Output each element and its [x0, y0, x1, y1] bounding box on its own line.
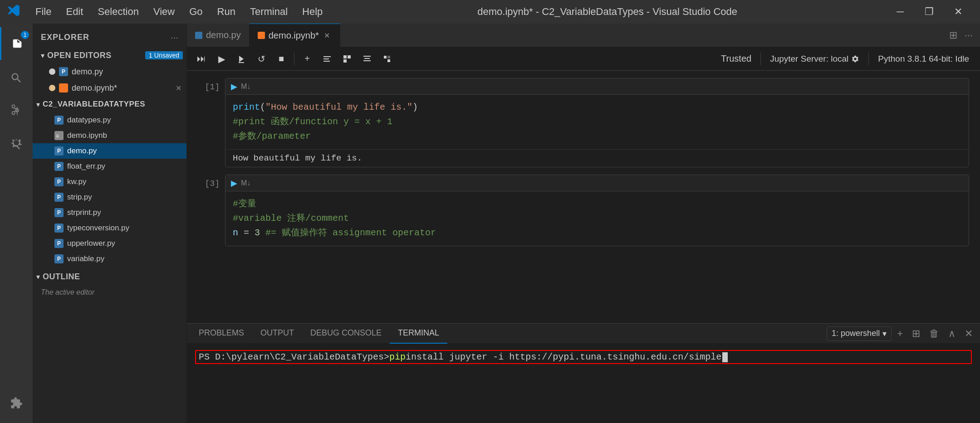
- py-icon: P: [54, 116, 64, 125]
- terminal-pip-cmd: pip: [389, 352, 406, 362]
- file-float-err-py[interactable]: P float_err.py: [33, 159, 186, 174]
- menu-run[interactable]: Run: [211, 4, 242, 19]
- open-editor-demo-ipynb[interactable]: demo.ipynb* ✕: [33, 80, 186, 96]
- more-actions-icon[interactable]: ···: [963, 28, 975, 43]
- menu-help[interactable]: Help: [296, 4, 329, 19]
- folder-arrow-icon: ▾: [36, 100, 40, 109]
- close-button[interactable]: ✕: [944, 0, 973, 24]
- menu-edit[interactable]: Edit: [59, 4, 89, 19]
- cell-format-button[interactable]: [318, 51, 336, 67]
- tab-demo-ipynb[interactable]: demo.ipynb* ✕: [250, 24, 340, 47]
- menu-terminal[interactable]: Terminal: [244, 4, 294, 19]
- file-demo-ipynb[interactable]: ≡ demo.ipynb: [33, 128, 186, 143]
- tab-output[interactable]: OUTPUT: [252, 324, 302, 344]
- file-upperlower-py-name: upperlower.py: [67, 239, 115, 248]
- file-strip-py-name: strip.py: [67, 193, 92, 202]
- tab-terminal[interactable]: TERMINAL: [390, 324, 447, 344]
- split-terminal-button[interactable]: ⊞: [908, 326, 924, 341]
- menu-go[interactable]: Go: [183, 4, 209, 19]
- cell-2-code: #变量 #variable 注释/comment n = 3 #= 赋值操作符 …: [225, 191, 969, 246]
- cell-2: [3] ▶ M↓ #变量 #variable 注释/comment n = 3 …: [187, 175, 980, 246]
- menu-view[interactable]: View: [147, 4, 181, 19]
- terminal-input-line[interactable]: PS D:\pylearn\C2_VariableDataTypes> pip …: [195, 350, 972, 364]
- add-cell-button[interactable]: +: [298, 51, 316, 67]
- split-editor-icon[interactable]: ⊞: [947, 28, 959, 43]
- file-typeconversion-py[interactable]: P typeconversion.py: [33, 220, 186, 236]
- maximize-button[interactable]: ❐: [915, 0, 944, 24]
- file-strprint-py[interactable]: P strprint.py: [33, 205, 186, 220]
- cell-1-run-button[interactable]: ▶: [231, 82, 237, 92]
- jupyter-server-text: Jupyter Server: local: [770, 54, 848, 64]
- run-all-above-button[interactable]: ⏭: [192, 51, 211, 67]
- activity-bar: 1: [0, 24, 33, 423]
- svg-rect-10: [363, 56, 371, 57]
- file-variable-py[interactable]: P variable.py: [33, 251, 186, 267]
- open-editors-section[interactable]: ▾ Open Editors 1 Unsaved: [33, 47, 186, 63]
- sidebar-header: Explorer ···: [33, 24, 186, 47]
- new-terminal-button[interactable]: +: [893, 326, 906, 341]
- nb-file-icon: [59, 83, 68, 92]
- activity-source-control[interactable]: [0, 94, 33, 127]
- file-float-err-py-name: float_err.py: [67, 162, 105, 171]
- cell-1-toolbar: ▶ M↓: [225, 78, 969, 95]
- file-demo-py[interactable]: P demo.py: [33, 143, 186, 159]
- file-typeconversion-py-name: typeconversion.py: [67, 224, 129, 233]
- menu-file[interactable]: File: [29, 4, 58, 19]
- close-tab-icon[interactable]: ✕: [174, 83, 183, 92]
- jupyter-server-label[interactable]: Jupyter Server: local: [764, 52, 865, 66]
- delete-terminal-button[interactable]: 🗑: [926, 326, 943, 341]
- toolbar-separator-2: [760, 53, 761, 65]
- activity-explorer[interactable]: 1: [0, 27, 33, 60]
- window-title: demo.ipynb* - C2_VariableDataTypes - Vis…: [329, 6, 886, 18]
- open-editor-demo-py[interactable]: P demo.py: [33, 63, 186, 80]
- chevron-down-icon: ▾: [882, 329, 887, 339]
- tab-demo-py[interactable]: demo.py: [187, 24, 250, 47]
- trusted-label[interactable]: Trusted: [715, 52, 757, 66]
- toolbar-separator-3: [868, 53, 869, 65]
- cell-2-body[interactable]: ▶ M↓ #变量 #variable 注释/comment n = 3 #= 赋…: [225, 175, 969, 246]
- outline-section[interactable]: ▾ Outline: [33, 268, 186, 285]
- svg-rect-7: [343, 55, 347, 58]
- activity-search[interactable]: [0, 62, 33, 94]
- tab-close-icon[interactable]: ✕: [323, 31, 332, 40]
- variables-button[interactable]: [338, 51, 356, 67]
- svg-rect-8: [348, 55, 351, 58]
- file-upperlower-py[interactable]: P upperlower.py: [33, 236, 186, 251]
- move-panel-up-icon[interactable]: ∧: [945, 326, 959, 341]
- tab-actions: ⊞ ···: [942, 24, 980, 47]
- tab-debug-console[interactable]: DEBUG CONSOLE: [302, 324, 390, 344]
- terminal-body[interactable]: PS D:\pylearn\C2_VariableDataTypes> pip …: [187, 344, 980, 423]
- py-icon-6: P: [54, 224, 64, 233]
- file-demo-ipynb-name: demo.ipynb: [67, 131, 107, 140]
- run-cell-below-button[interactable]: [232, 51, 250, 67]
- window-controls: ─ ❐ ✕: [886, 0, 973, 24]
- restart-button[interactable]: ↺: [252, 51, 270, 67]
- folder-name: C2_VARIABLEDATATYPES: [43, 100, 145, 109]
- tab-bar: demo.py demo.ipynb* ✕ ⊞ ···: [187, 24, 980, 47]
- sidebar-more-button[interactable]: ···: [171, 32, 178, 43]
- cell-1-body[interactable]: ▶ M↓ print("How beautiful my life is.") …: [225, 78, 969, 167]
- python-version-label[interactable]: Python 3.8.1 64-bit: Idle: [872, 52, 975, 66]
- terminal-cmd-text: install jupyter -i https://pypi.tuna.tsi…: [406, 352, 721, 362]
- open-editor-demo-py-name: demo.py: [72, 67, 103, 77]
- svg-rect-12: [363, 60, 371, 61]
- terminal-dropdown[interactable]: 1: powershell ▾: [827, 326, 892, 341]
- folder-c2-variabledatatypes[interactable]: ▾ C2_VARIABLEDATATYPES: [33, 96, 186, 112]
- cell-2-run-button[interactable]: ▶: [231, 178, 237, 188]
- activity-run-debug[interactable]: [0, 127, 33, 160]
- cell-1-number: [1]: [198, 78, 225, 167]
- run-cell-button[interactable]: ▶: [212, 51, 230, 67]
- file-kw-py[interactable]: P kw.py: [33, 174, 186, 190]
- py-icon-active: P: [54, 146, 64, 156]
- outline-btn[interactable]: [358, 51, 376, 67]
- file-strip-py[interactable]: P strip.py: [33, 190, 186, 205]
- minimize-button[interactable]: ─: [886, 0, 915, 24]
- file-datatypes-py[interactable]: P datatypes.py: [33, 112, 186, 128]
- sidebar: Explorer ··· ▾ Open Editors 1 Unsaved P …: [33, 24, 187, 423]
- close-panel-button[interactable]: ✕: [961, 326, 976, 341]
- interrupt-button[interactable]: ■: [272, 51, 290, 67]
- activity-extensions[interactable]: [0, 387, 33, 419]
- tab-problems[interactable]: PROBLEMS: [191, 324, 252, 344]
- expand-collapse-button[interactable]: [378, 51, 396, 67]
- menu-selection[interactable]: Selection: [91, 4, 145, 19]
